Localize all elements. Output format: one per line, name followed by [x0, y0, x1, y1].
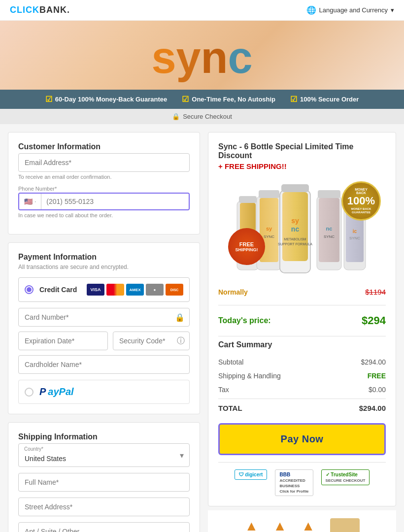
- product-title: Sync - 6 Bottle Special Limited Time Dis…: [218, 142, 386, 160]
- paypal-option[interactable]: PayPal: [18, 380, 190, 404]
- guarantee-text-back: BACK: [356, 191, 366, 195]
- phone-input[interactable]: [41, 194, 189, 209]
- shipping-info-title: Shipping Information: [18, 432, 190, 441]
- customer-info-title: Customer Information: [18, 142, 190, 151]
- customer-info-card: Customer Information To receive an email…: [8, 132, 200, 234]
- normal-price: $1194: [365, 288, 386, 296]
- chevron-down-icon: ▾: [391, 6, 394, 14]
- trust-badges-row: 🛡 digicert BBBACCREDITEDBUSINESSClick fo…: [218, 462, 386, 496]
- language-currency-button[interactable]: 🌐 Language and Currency ▾: [306, 5, 395, 15]
- svg-rect-11: [281, 184, 309, 192]
- sync-logo: sync: [10, 35, 394, 80]
- radio-inner: [27, 287, 32, 292]
- svg-text:sy: sy: [266, 226, 272, 232]
- free-text: FREE: [239, 241, 254, 247]
- left-column: Customer Information To receive an email…: [8, 132, 200, 532]
- todays-price: $294: [362, 314, 386, 327]
- paypal-radio[interactable]: [25, 388, 34, 397]
- street-input[interactable]: [18, 498, 190, 516]
- secure-checkout-label: Secure Checkout: [183, 113, 232, 120]
- country-label: Country*: [24, 446, 43, 452]
- svg-text:ic: ic: [353, 229, 357, 234]
- diners-icon: ●: [146, 284, 164, 296]
- expiration-input[interactable]: [18, 332, 108, 350]
- trust-item-1: ☑ 60-Day 100% Money-Back Guarantee: [45, 95, 168, 104]
- phone-wrapper: 🇺🇸 ·: [18, 193, 190, 210]
- svg-text:METABOLISM: METABOLISM: [284, 237, 306, 241]
- svg-rect-1: [239, 196, 257, 203]
- subtotal-label: Subtotal: [218, 358, 243, 366]
- cart-summary-title: Cart Summary: [218, 340, 386, 349]
- street-group: [18, 498, 190, 516]
- apt-input[interactable]: [18, 522, 190, 532]
- fullname-group: [18, 473, 190, 492]
- bbb-logo: BBBACCREDITEDBUSINESSClick for Profile: [275, 469, 313, 496]
- card-fields: 🔒 ⓘ: [18, 308, 190, 374]
- trust-bar: ☑ 60-Day 100% Money-Back Guarantee ☑ One…: [0, 90, 404, 109]
- svg-text:SUPPORT FORMULA: SUPPORT FORMULA: [278, 242, 312, 246]
- subtotal-value: $294.00: [361, 358, 386, 366]
- security-code-wrapper: ⓘ: [113, 332, 190, 350]
- country-select-wrapper: Country* United States ▾: [18, 443, 190, 467]
- credit-card-label: Credit Card: [39, 286, 77, 294]
- digicert-badge: 🛡 digicert: [235, 469, 268, 496]
- svg-text:SYNC: SYNC: [324, 234, 335, 239]
- trust-item-2: ☑ One-Time Fee, No Autoship: [182, 95, 275, 104]
- globe-icon: 🌐: [306, 5, 316, 15]
- bbb-badge[interactable]: BBBACCREDITEDBUSINESSClick for Profile: [275, 469, 313, 496]
- product-thumb: [330, 518, 360, 532]
- phone-hint: In case we need to call about the order.: [18, 212, 190, 218]
- email-group: To receive an email order confirmation.: [18, 153, 190, 180]
- tax-value: $0.00: [369, 386, 386, 394]
- shipping-row: Shipping & Handling FREE: [218, 369, 386, 383]
- guarantee-text-top: MONEY: [355, 188, 368, 191]
- country-select[interactable]: United States: [18, 443, 190, 467]
- bottles-display: s SYNC sy SYNC: [218, 176, 386, 275]
- right-column: Sync - 6 Bottle Special Limited Time Dis…: [200, 132, 396, 532]
- svg-text:sy: sy: [291, 217, 299, 225]
- main-content: Customer Information To receive an email…: [0, 124, 404, 532]
- shipping-label: Shipping & Handling: [218, 372, 281, 380]
- phone-flag[interactable]: 🇺🇸 ·: [19, 194, 41, 209]
- email-hint: To receive an email order confirmation.: [18, 174, 190, 180]
- arrow-up-1: ▲: [244, 518, 258, 532]
- free-shipping-text: + FREE SHIPPING!!: [218, 162, 386, 170]
- apt-group: [18, 522, 190, 532]
- product-image-area: s SYNC sy SYNC: [218, 176, 386, 275]
- email-input[interactable]: [18, 153, 190, 172]
- svg-text:nc: nc: [326, 226, 333, 232]
- card-icons: VISA AMEX ● DISC: [87, 284, 183, 296]
- todays-price-row: Today's price: $294: [218, 309, 386, 332]
- free-shipping-badge: FREE SHIPPING!: [228, 228, 265, 265]
- price-divider: [218, 305, 386, 305]
- credit-card-radio[interactable]: [25, 285, 34, 294]
- top-bar: CLICKBANK. 🌐 Language and Currency ▾: [0, 0, 404, 21]
- mastercard-icon: [106, 284, 124, 296]
- svg-text:SYNC: SYNC: [264, 234, 274, 239]
- shipping-info-card: Shipping Information Country* United Sta…: [8, 422, 200, 532]
- hero-banner: sync: [0, 21, 404, 90]
- flag-icon: 🇺🇸: [24, 198, 33, 205]
- normally-label: Normally: [218, 288, 248, 296]
- trust-label-3: 100% Secure Order: [300, 96, 359, 103]
- arrow-up-3: ▲: [302, 518, 315, 532]
- shipping-value: FREE: [368, 372, 386, 380]
- trustedsite-logo: ✓ TrustedSiteSECURE CHECKOUT: [321, 469, 370, 485]
- product-card: Sync - 6 Bottle Special Limited Time Dis…: [208, 132, 396, 506]
- payment-info-title: Payment Information: [18, 253, 190, 262]
- pay-now-button[interactable]: Pay Now: [218, 423, 386, 455]
- lock-icon: 🔒: [172, 113, 180, 120]
- total-label: TOTAL: [218, 404, 242, 412]
- secure-checkout-bar: 🔒 Secure Checkout: [0, 109, 404, 124]
- payment-info-subtitle: All transactions are secure and encrypte…: [18, 264, 190, 270]
- info-icon: ⓘ: [177, 336, 185, 346]
- card-number-input[interactable]: [18, 308, 190, 327]
- visa-icon: VISA: [87, 284, 104, 296]
- phone-label: Phone Number*: [18, 186, 190, 192]
- cardholder-name-input[interactable]: [18, 355, 190, 374]
- credit-card-option[interactable]: Credit Card VISA AMEX ● DISC: [18, 277, 190, 302]
- fullname-input[interactable]: [18, 473, 190, 492]
- trust-item-3: ☑ 100% Secure Order: [290, 95, 359, 104]
- guarantee-text-bottom: MONEY BACKGUARANTEE: [351, 207, 371, 214]
- svg-text:SYNC: SYNC: [349, 236, 360, 240]
